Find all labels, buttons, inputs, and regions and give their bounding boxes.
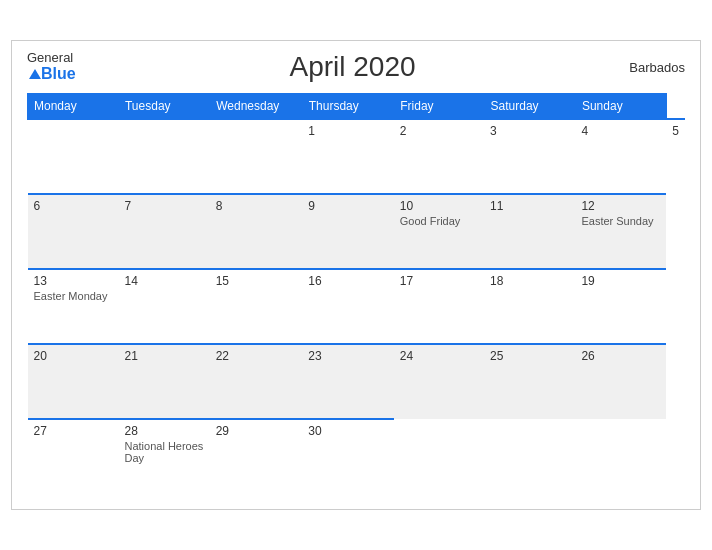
day-number: 12	[581, 199, 660, 213]
day-number: 11	[490, 199, 569, 213]
day-number: 23	[308, 349, 388, 363]
calendar-cell: 24	[394, 344, 484, 419]
day-number: 16	[308, 274, 388, 288]
calendar-cell: 25	[484, 344, 575, 419]
logo: General Blue	[27, 51, 76, 83]
calendar-cell: 9	[302, 194, 394, 269]
calendar-cell: 23	[302, 344, 394, 419]
calendar-cell: 3	[484, 119, 575, 194]
day-header-tuesday: Tuesday	[118, 94, 209, 120]
week-row-4: 20212223242526	[28, 344, 686, 419]
calendar-cell: 12Easter Sunday	[575, 194, 666, 269]
calendar-cell	[28, 119, 119, 194]
calendar-cell: 27	[28, 419, 119, 494]
day-event: Easter Monday	[34, 290, 113, 302]
calendar-container: General Blue April 2020 Barbados MondayT…	[11, 40, 701, 510]
calendar-cell: 20	[28, 344, 119, 419]
calendar-cell: 17	[394, 269, 484, 344]
calendar-cell	[210, 119, 303, 194]
day-number: 28	[124, 424, 203, 438]
day-number: 20	[34, 349, 113, 363]
calendar-cell	[484, 419, 575, 494]
day-number: 25	[490, 349, 569, 363]
calendar-cell: 10Good Friday	[394, 194, 484, 269]
day-number: 5	[672, 124, 679, 138]
calendar-cell	[118, 119, 209, 194]
calendar-cell: 2	[394, 119, 484, 194]
day-number: 27	[34, 424, 113, 438]
day-number: 18	[490, 274, 569, 288]
day-number: 22	[216, 349, 297, 363]
day-number: 17	[400, 274, 478, 288]
calendar-cell: 29	[210, 419, 303, 494]
logo-blue-text: Blue	[41, 65, 76, 83]
calendar-country: Barbados	[629, 60, 685, 75]
day-event: National Heroes Day	[124, 440, 203, 464]
day-number: 15	[216, 274, 297, 288]
day-number: 24	[400, 349, 478, 363]
calendar-cell: 4	[575, 119, 666, 194]
calendar-cell: 22	[210, 344, 303, 419]
calendar-cell: 21	[118, 344, 209, 419]
calendar-title: April 2020	[289, 51, 415, 83]
day-number: 7	[124, 199, 203, 213]
calendar-cell	[394, 419, 484, 494]
day-event: Easter Sunday	[581, 215, 660, 227]
calendar-cell: 18	[484, 269, 575, 344]
day-number: 29	[216, 424, 297, 438]
logo-triangle-icon	[29, 69, 41, 79]
calendar-cell: 15	[210, 269, 303, 344]
day-header-wednesday: Wednesday	[210, 94, 303, 120]
calendar-cell	[575, 419, 666, 494]
day-number: 2	[400, 124, 478, 138]
calendar-cell: 26	[575, 344, 666, 419]
calendar-cell: 14	[118, 269, 209, 344]
day-header-thursday: Thursday	[302, 94, 394, 120]
day-number: 21	[124, 349, 203, 363]
week-row-2: 678910Good Friday1112Easter Sunday	[28, 194, 686, 269]
calendar-cell: 30	[302, 419, 394, 494]
day-header-sunday: Sunday	[575, 94, 666, 120]
calendar-cell: 16	[302, 269, 394, 344]
day-number: 30	[308, 424, 388, 438]
calendar-grid: MondayTuesdayWednesdayThursdayFridaySatu…	[27, 93, 685, 494]
calendar-cell: 11	[484, 194, 575, 269]
calendar-cell: 8	[210, 194, 303, 269]
week-row-3: 13Easter Monday141516171819	[28, 269, 686, 344]
day-number: 9	[308, 199, 388, 213]
day-number: 26	[581, 349, 660, 363]
calendar-cell: 19	[575, 269, 666, 344]
day-number: 4	[581, 124, 660, 138]
logo-general-text: General	[27, 51, 76, 65]
day-number: 14	[124, 274, 203, 288]
calendar-header: General Blue April 2020 Barbados	[27, 51, 685, 83]
day-number: 10	[400, 199, 478, 213]
day-number: 3	[490, 124, 569, 138]
calendar-cell: 13Easter Monday	[28, 269, 119, 344]
calendar-cell: 1	[302, 119, 394, 194]
day-header-monday: Monday	[28, 94, 119, 120]
day-number: 19	[581, 274, 660, 288]
days-header-row: MondayTuesdayWednesdayThursdayFridaySatu…	[28, 94, 686, 120]
calendar-cell: 7	[118, 194, 209, 269]
week-row-5: 2728National Heroes Day2930	[28, 419, 686, 494]
day-header-saturday: Saturday	[484, 94, 575, 120]
calendar-cell: 5	[666, 119, 685, 194]
day-number: 13	[34, 274, 113, 288]
week-row-1: 12345	[28, 119, 686, 194]
day-event: Good Friday	[400, 215, 478, 227]
day-number: 6	[34, 199, 113, 213]
day-number: 1	[308, 124, 388, 138]
day-header-friday: Friday	[394, 94, 484, 120]
calendar-cell: 6	[28, 194, 119, 269]
calendar-cell: 28National Heroes Day	[118, 419, 209, 494]
day-number: 8	[216, 199, 297, 213]
